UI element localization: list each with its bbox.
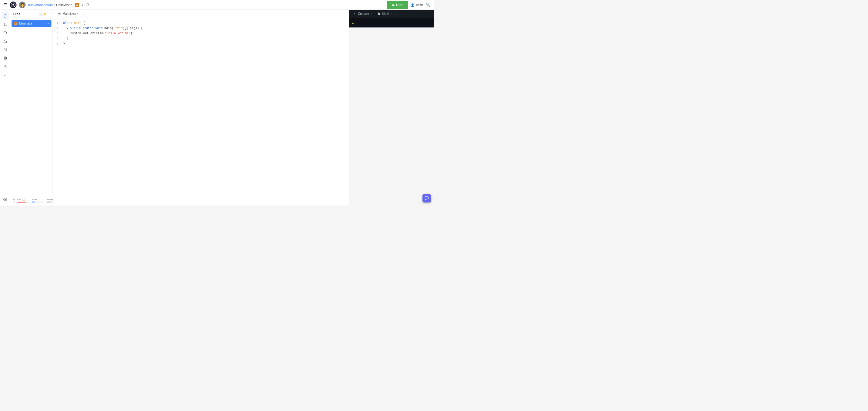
files-header: Files 📄 📁 ⋯ — [10, 10, 53, 19]
play-icon: ▶ — [393, 3, 395, 7]
sidebar-item-git[interactable] — [2, 21, 9, 28]
file-item-more[interactable]: ⋯ — [46, 22, 49, 25]
invite-button[interactable]: 👤 Invite — [411, 3, 423, 7]
sidebar-item-tasks[interactable] — [2, 71, 9, 79]
console-prompt: ◆ — [352, 21, 353, 25]
history-icon[interactable]: ⏱ — [86, 3, 89, 7]
sidebar-item-packages[interactable] — [2, 29, 9, 36]
shell-close-icon[interactable]: ✕ — [390, 12, 392, 15]
console-more-icon[interactable]: ⋯ — [428, 12, 432, 16]
sidebar-item-security[interactable] — [2, 38, 9, 45]
svg-marker-10 — [4, 49, 6, 51]
svg-point-12 — [4, 57, 6, 58]
ram-label: RAM — [32, 198, 44, 201]
files-title: Files — [13, 12, 37, 16]
new-folder-icon[interactable]: 📁 — [43, 12, 46, 16]
hamburger-menu[interactable]: ☰ — [4, 2, 8, 7]
svg-point-7 — [4, 25, 5, 26]
files-panel: Files 📄 📁 ⋯ ☕ Main.java ⋯ ? CPU ⚠ — [10, 10, 53, 205]
files-footer: ? CPU ⚠ RAM Storage — [10, 195, 53, 206]
org-name[interactable]: nuevofoundation — [28, 3, 53, 7]
topbar: ☰ 🧑 nuevofoundation / HelloWorld ☕ ▾ ⏱ — [0, 0, 434, 10]
console-label: Console — [358, 12, 369, 16]
files-list: ☕ Main.java ⋯ — [10, 19, 53, 195]
warning-icon: ⚠ — [23, 198, 25, 201]
logo[interactable] — [10, 1, 17, 8]
svg-point-5 — [5, 25, 6, 26]
editor-tab-main-java[interactable]: ☕ Main.java ✕ — [55, 10, 81, 17]
code-line: 1 class Main { — [53, 21, 349, 26]
console-close-icon[interactable]: ✕ — [370, 12, 372, 15]
file-name: Main.java — [19, 22, 45, 26]
add-tab-icon[interactable]: ＋ — [83, 11, 86, 16]
code-line: 4 } — [53, 36, 349, 41]
help-icon[interactable]: ? — [13, 198, 15, 203]
chevron-down-icon[interactable]: ▾ — [82, 3, 83, 7]
sidebar-item-files[interactable] — [2, 12, 9, 20]
files-actions: 📄 📁 ⋯ — [38, 12, 50, 16]
java-file-icon: ☕ — [14, 22, 18, 26]
tab-close-icon[interactable]: ✕ — [77, 12, 79, 15]
shell-icon: 🐚 — [378, 12, 381, 15]
sidebar-item-database[interactable] — [2, 55, 9, 62]
file-item[interactable]: ☕ Main.java ⋯ — [11, 20, 52, 27]
svg-rect-4 — [4, 14, 6, 17]
code-line: 5 } — [53, 41, 349, 46]
files-more-icon[interactable]: ⋯ — [48, 12, 50, 16]
add-console-tab-icon[interactable]: ＋ — [396, 11, 399, 16]
right-panel: >_ Console ✕ 🐚 Shell ✕ ＋ ⋯ ◆ — [349, 10, 434, 28]
search-icon[interactable]: 🔍 — [426, 3, 430, 7]
svg-rect-9 — [4, 41, 6, 43]
svg-point-1 — [12, 4, 14, 5]
code-line: 2 ▼ public static void main(String[] arg… — [53, 26, 349, 31]
cpu-bar — [17, 201, 29, 202]
editor-content[interactable]: 1 class Main { 2 ▼ public static void ma… — [53, 18, 349, 205]
tab-shell[interactable]: 🐚 Shell ✕ — [375, 11, 394, 17]
ram-resource: RAM — [32, 198, 44, 202]
storage-fill — [46, 201, 51, 202]
repo-name[interactable]: HelloWorld — [56, 3, 72, 7]
new-file-icon[interactable]: 📄 — [38, 12, 42, 16]
tab-label: Main.java — [63, 12, 76, 16]
java-tab-icon: ☕ — [58, 12, 62, 15]
console-tabs: >_ Console ✕ 🐚 Shell ✕ ＋ ⋯ — [349, 10, 434, 18]
editor-more-icon[interactable]: ⋯ — [343, 12, 347, 16]
cpu-label: CPU ⚠ — [17, 198, 29, 201]
cpu-fill — [17, 201, 26, 202]
sidebar-item-output[interactable] — [2, 46, 9, 53]
invite-icon: 👤 — [411, 3, 414, 7]
svg-point-14 — [5, 199, 5, 200]
console-icon: >_ — [354, 12, 356, 15]
shell-label: Shell — [382, 12, 389, 16]
tab-console[interactable]: >_ Console ✕ — [351, 11, 375, 17]
sidebar-item-settings[interactable] — [2, 196, 9, 203]
icon-sidebar — [0, 10, 10, 205]
main-layout: Files 📄 📁 ⋯ ☕ Main.java ⋯ ? CPU ⚠ — [0, 10, 434, 205]
language-icon: ☕ — [75, 3, 79, 7]
editor-area: ☕ Main.java ✕ ＋ ⋯ 1 class Main { 2 ▼ pub… — [53, 10, 349, 205]
cpu-resource: CPU ⚠ — [17, 198, 29, 203]
breadcrumb: nuevofoundation / HelloWorld — [28, 3, 72, 7]
editor-tabs: ☕ Main.java ✕ ＋ ⋯ — [53, 10, 349, 18]
ram-fill — [32, 201, 35, 202]
console-body[interactable]: ◆ — [349, 18, 434, 28]
svg-point-13 — [5, 65, 6, 67]
right-panel-wrapper: >_ Console ✕ 🐚 Shell ✕ ＋ ⋯ ◆ — [349, 10, 434, 205]
code-line: 3 System.out.println("Hello world!"); — [53, 31, 349, 36]
run-button[interactable]: ▶ Run — [387, 1, 408, 9]
sidebar-item-user[interactable] — [2, 63, 9, 70]
ram-bar — [32, 201, 44, 202]
avatar[interactable]: 🧑 — [19, 1, 26, 8]
chat-button[interactable] — [423, 194, 431, 202]
